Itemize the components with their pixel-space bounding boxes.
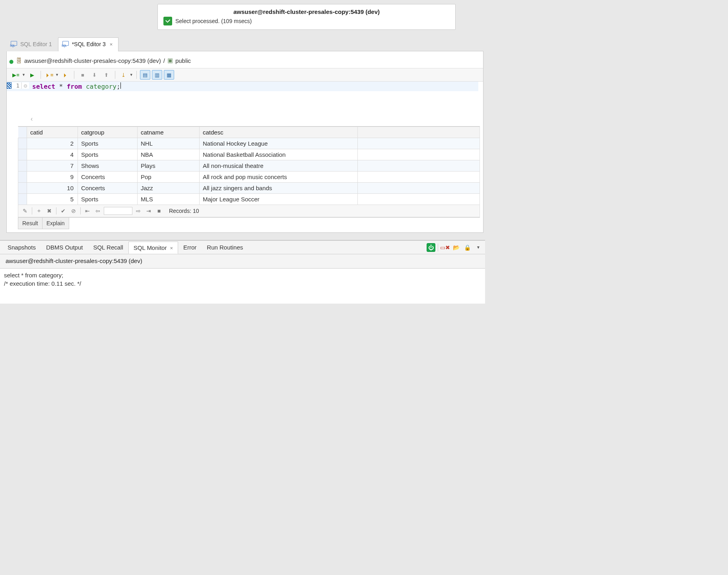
cell-catid[interactable]: 10	[27, 183, 78, 194]
bottom-tab-error[interactable]: Error	[178, 241, 202, 253]
monitor-output[interactable]: select * from category; /* execution tim…	[0, 268, 485, 304]
cancel-icon[interactable]: ⊘	[69, 207, 78, 215]
col-header-catgroup[interactable]: catgroup	[78, 127, 138, 138]
table-row[interactable]: 9ConcertsPopAll rock and pop music conce…	[18, 172, 480, 183]
col-header-catid[interactable]: catid	[27, 127, 78, 138]
export-log-icon[interactable]: 📂	[452, 243, 460, 252]
next-record-icon[interactable]: ⇨	[134, 207, 143, 215]
stop-fetch-icon[interactable]: ■	[155, 207, 163, 215]
row-selector[interactable]	[18, 194, 27, 205]
fetch-button[interactable]: ⤓	[118, 70, 129, 80]
cell-catid[interactable]: 2	[27, 138, 78, 149]
connection-status-icon	[9, 57, 14, 64]
table-row[interactable]: 7ShowsPlaysAll non-musical theatre	[18, 160, 480, 172]
cell-catgroup[interactable]: Shows	[78, 160, 138, 172]
cell-catid[interactable]: 7	[27, 160, 78, 172]
row-selector-header[interactable]	[18, 127, 27, 138]
cell-catgroup[interactable]: Sports	[78, 138, 138, 149]
table-row[interactable]: 10ConcertsJazzAll jazz singers and bands	[18, 183, 480, 194]
view-grid-button[interactable]: ▦	[164, 70, 174, 80]
bottom-tab-run-routines[interactable]: Run Routines	[202, 241, 248, 253]
more-dropdown-icon[interactable]: ▼	[474, 243, 483, 252]
cell-catgroup[interactable]: Sports	[78, 194, 138, 205]
cell-catid[interactable]: 9	[27, 172, 78, 183]
close-icon[interactable]: ×	[110, 41, 113, 47]
fold-toggle-icon[interactable]	[22, 82, 29, 89]
dropdown-icon[interactable]: ▼	[55, 73, 59, 77]
power-icon[interactable]: ⏻	[427, 243, 435, 252]
step-button[interactable]: ⏵	[60, 70, 71, 80]
table-row[interactable]: 4SportsNBANational Basketball Associatio…	[18, 149, 480, 160]
execute-button[interactable]: ▶	[27, 70, 37, 80]
schema-icon: ▣	[167, 57, 173, 64]
cell-catdesc[interactable]: National Basketball Association	[200, 149, 358, 160]
view-grid-below-button[interactable]: ▤	[140, 70, 150, 80]
dropdown-icon[interactable]: ▼	[22, 73, 25, 77]
last-record-icon[interactable]: ⇥	[144, 207, 153, 215]
record-index-input[interactable]	[104, 207, 132, 215]
view-grid-side-button[interactable]: ▥	[152, 70, 162, 80]
commit-icon[interactable]: ✔	[59, 207, 68, 215]
results-grid: catid catgroup catname catdesc 2SportsNH…	[18, 126, 480, 205]
cell-catgroup[interactable]: Concerts	[78, 172, 138, 183]
cell-spacer	[358, 194, 480, 205]
tab-sql-editor-3[interactable]: *SQL Editor 3 ×	[58, 37, 119, 51]
table-row[interactable]: 2SportsNHLNational Hockey League	[18, 138, 480, 149]
row-selector[interactable]	[18, 138, 27, 149]
cell-catid[interactable]: 5	[27, 194, 78, 205]
execute-script-button[interactable]: ▶≡	[11, 70, 21, 80]
schema-name[interactable]: public	[175, 57, 191, 64]
row-selector[interactable]	[18, 149, 27, 160]
cell-catname[interactable]: Plays	[138, 160, 200, 172]
stop-button[interactable]: ■	[78, 70, 88, 80]
bottom-tab-sql-monitor[interactable]: SQL Monitor×	[128, 242, 178, 254]
cell-spacer	[358, 149, 480, 160]
cell-catid[interactable]: 4	[27, 149, 78, 160]
step-script-button[interactable]: ⏵≡	[44, 70, 54, 80]
close-icon[interactable]: ×	[170, 245, 173, 251]
bottom-tab-sql-recall[interactable]: SQL Recall	[88, 241, 128, 253]
cell-catdesc[interactable]: National Hockey League	[200, 138, 358, 149]
bottom-tab-snapshots[interactable]: Snapshots	[2, 241, 41, 253]
cell-catgroup[interactable]: Concerts	[78, 183, 138, 194]
cell-catname[interactable]: Jazz	[138, 183, 200, 194]
rollback-button[interactable]: ⬆	[101, 70, 112, 80]
cell-catname[interactable]: MLS	[138, 194, 200, 205]
cell-catname[interactable]: Pop	[138, 172, 200, 183]
first-record-icon[interactable]: ⇤	[83, 207, 92, 215]
connection-name[interactable]: awsuser@redshift-cluster-presales-copy:5…	[24, 57, 161, 64]
horizontal-scroll[interactable]	[7, 113, 478, 125]
connection-breadcrumb: 🗄 awsuser@redshift-cluster-presales-copy…	[7, 57, 483, 68]
cell-catdesc[interactable]: All rock and pop music concerts	[200, 172, 358, 183]
col-header-catname[interactable]: catname	[138, 127, 200, 138]
tab-explain[interactable]: Explain	[42, 218, 69, 229]
cell-catname[interactable]: NBA	[138, 149, 200, 160]
row-selector[interactable]	[18, 183, 27, 194]
commit-button[interactable]: ⬇	[89, 70, 100, 80]
tab-sql-editor-1[interactable]: SQL Editor 1	[6, 37, 58, 51]
add-row-icon[interactable]: ＋	[35, 207, 43, 215]
sql-editor[interactable]: 1 select * from category;	[7, 82, 483, 125]
delete-row-icon[interactable]: ✖	[45, 207, 54, 215]
bookmark-icon[interactable]	[7, 82, 12, 89]
dropdown-icon[interactable]: ▼	[130, 73, 133, 77]
cell-spacer	[358, 138, 480, 149]
sql-code-line[interactable]: select * from category;	[29, 82, 478, 90]
row-selector[interactable]	[18, 160, 27, 172]
toast-message: Select processed. (109 msecs)	[175, 18, 252, 24]
cell-catdesc[interactable]: All non-musical theatre	[200, 160, 358, 172]
prev-record-icon[interactable]: ⇦	[93, 207, 102, 215]
cell-catname[interactable]: NHL	[138, 138, 200, 149]
col-header-catdesc[interactable]: catdesc	[200, 127, 358, 138]
cell-catgroup[interactable]: Sports	[78, 149, 138, 160]
tab-result[interactable]: Result	[18, 218, 42, 229]
row-selector[interactable]	[18, 172, 27, 183]
cell-catdesc[interactable]: All jazz singers and bands	[200, 183, 358, 194]
lock-scroll-icon[interactable]: 🔒	[463, 243, 472, 252]
cell-catdesc[interactable]: Major League Soccer	[200, 194, 358, 205]
bottom-tab-dbms-output[interactable]: DBMS Output	[41, 241, 88, 253]
edit-icon[interactable]: ✎	[21, 207, 29, 215]
table-row[interactable]: 5SportsMLSMajor League Soccer	[18, 194, 480, 205]
record-nav-bar: ✎ ＋ ✖ ✔ ⊘ ⇤ ⇦ ⇨ ⇥ ■ Records: 10	[18, 205, 480, 217]
clear-log-icon[interactable]: ▭✖	[441, 243, 449, 252]
